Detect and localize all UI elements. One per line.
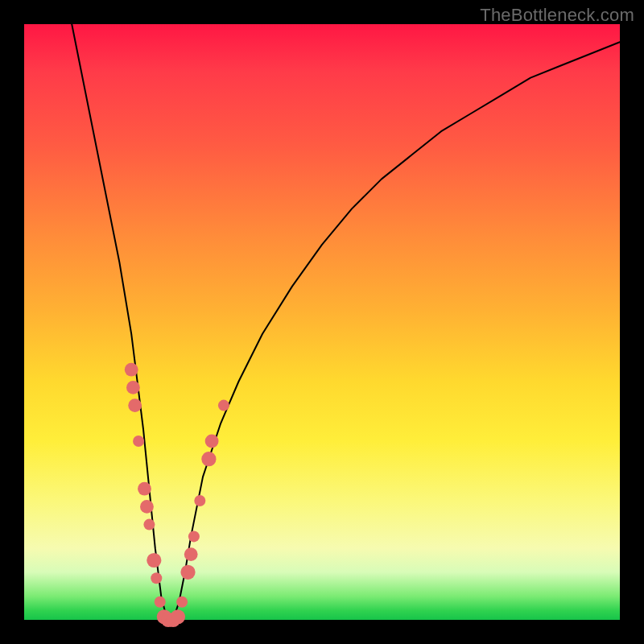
data-marker: [138, 482, 151, 496]
data-marker: [143, 519, 155, 530]
data-marker: [184, 547, 198, 561]
plot-area: [24, 24, 620, 620]
data-marker: [155, 597, 166, 608]
data-marker: [128, 398, 142, 412]
data-marker: [176, 597, 188, 608]
data-marker: [151, 572, 162, 584]
data-marker: [188, 530, 200, 542]
data-marker: [205, 435, 219, 448]
data-marker: [147, 553, 161, 568]
data-marker: [194, 495, 205, 506]
data-marker: [180, 565, 195, 580]
data-marker: [201, 452, 216, 466]
data-marker: [218, 400, 229, 411]
data-marker: [171, 609, 185, 624]
watermark-text: TheBottleneck.com: [480, 5, 634, 26]
data-marker: [126, 381, 140, 394]
data-marker: [140, 500, 154, 514]
data-marker: [125, 363, 138, 377]
data-marker: [133, 436, 144, 447]
bottleneck-curve: [72, 24, 620, 620]
chart-frame: TheBottleneck.com: [0, 0, 644, 644]
curve-layer: [24, 24, 620, 620]
